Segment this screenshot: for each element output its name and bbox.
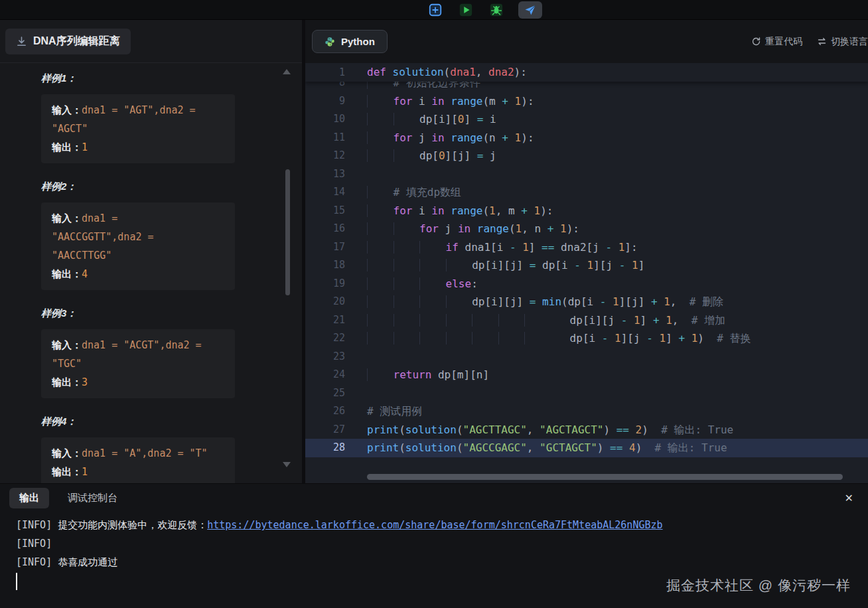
output-label: 输出： xyxy=(52,268,82,279)
line-number: 13 xyxy=(305,165,345,184)
line-number: 21 xyxy=(305,311,345,330)
example-output: 输出：4 xyxy=(52,265,211,283)
debug-button[interactable] xyxy=(488,1,505,19)
problem-title-chip[interactable]: DNA序列编辑距离 xyxy=(5,29,131,54)
line-number: 20 xyxy=(305,293,345,311)
line-number: 16 xyxy=(305,220,345,238)
reset-icon xyxy=(751,37,761,46)
line-code: def solution(dna1, dna2): xyxy=(367,63,527,82)
submit-button[interactable] xyxy=(518,1,542,19)
log-level: [INFO] xyxy=(16,538,52,550)
example-heading: 样例4： xyxy=(41,416,265,428)
code-line[interactable]: 12 dp[0][j] = j xyxy=(305,147,868,165)
line-code: print(solution("AGCTTAGC", "AGCTAGCT") =… xyxy=(367,421,733,439)
code-line[interactable]: 16 for j in range(1, n + 1): xyxy=(305,220,868,238)
code-line[interactable]: 11 for j in range(n + 1): xyxy=(305,129,868,147)
line-number: 22 xyxy=(305,329,345,348)
add-button[interactable] xyxy=(427,1,444,19)
problem-title: DNA序列编辑距离 xyxy=(33,35,120,48)
problem-panel: DNA序列编辑距离 样例1：输入：dna1 = "AGT",dna2 = "AG… xyxy=(0,20,305,483)
run-button[interactable] xyxy=(457,1,474,19)
line-number: 9 xyxy=(305,92,345,111)
feedback-link[interactable]: https://bytedance.larkoffice.com/share/b… xyxy=(207,519,662,531)
close-icon[interactable]: ✕ xyxy=(839,489,859,507)
code-line[interactable]: 24 return dp[m][n] xyxy=(305,366,868,384)
console-panel: 输出 调试控制台 ✕ [INFO] 提交功能内测体验中，欢迎反馈：https:/… xyxy=(0,483,868,608)
output-label: 输出： xyxy=(52,376,82,388)
editor-header: Python 重置代码 切换语言 xyxy=(305,20,868,63)
topbar xyxy=(0,0,868,20)
input-label: 输入： xyxy=(52,339,82,350)
watermark: 掘金技术社区 @ 像污秽一样 xyxy=(666,576,851,595)
code-line[interactable]: 9 for i in range(m + 1): xyxy=(305,92,868,111)
code-line[interactable]: 1def solution(dna1, dna2): xyxy=(305,63,868,82)
code-line[interactable]: 15 for i in range(1, m + 1): xyxy=(305,202,868,220)
text-cursor xyxy=(16,573,17,590)
left-scrollbar-thumb[interactable] xyxy=(285,169,290,295)
line-code: for i in range(m + 1): xyxy=(367,92,534,111)
editor-actions: 重置代码 切换语言 xyxy=(751,36,868,48)
input-label: 输入： xyxy=(52,104,82,115)
line-number: 18 xyxy=(305,256,345,275)
code-line[interactable]: 20 dp[i][j] = min(dp[i - 1][j] + 1, # 删除 xyxy=(305,293,868,311)
sticky-line: 1def solution(dna1, dna2): xyxy=(305,63,868,82)
example-heading: 样例1： xyxy=(41,72,265,85)
input-code: dna1 = "A",dna2 = "T" xyxy=(82,447,208,459)
problem-header: DNA序列编辑距离 xyxy=(0,20,302,63)
editor-hscrollbar-thumb[interactable] xyxy=(367,474,843,480)
code-line[interactable]: 13 xyxy=(305,165,868,184)
line-number: 11 xyxy=(305,129,345,147)
scroll-up-arrow[interactable] xyxy=(283,69,291,74)
code-line[interactable]: 23 xyxy=(305,348,868,366)
python-icon xyxy=(325,37,335,47)
line-code: dp[i - 1][j - 1] + 1) # 替换 xyxy=(367,329,751,348)
line-number: 19 xyxy=(305,275,345,293)
paper-plane-icon xyxy=(524,3,537,17)
code-line[interactable]: 28print(solution("AGCCGAGC", "GCTAGCT") … xyxy=(305,439,868,457)
reset-code-label: 重置代码 xyxy=(765,36,802,48)
line-code: if dna1[i - 1] == dna2[j - 1]: xyxy=(367,238,638,257)
language-selector[interactable]: Python xyxy=(312,30,388,53)
code-line[interactable]: 19 else: xyxy=(305,275,868,293)
console-tabs: 输出 调试控制台 ✕ xyxy=(0,484,868,512)
example-box: 输入：dna1 = "ACGT",dna2 = "TGC"输出：3 xyxy=(41,329,235,398)
line-number: 15 xyxy=(305,202,345,220)
language-label: Python xyxy=(341,36,375,47)
example-input: 输入：dna1 = "ACGT",dna2 = "TGC" xyxy=(52,336,211,373)
output-value: 3 xyxy=(82,376,88,388)
line-number: 1 xyxy=(305,63,345,82)
code-line[interactable]: 18 dp[i][j] = dp[i - 1][j - 1] xyxy=(305,256,868,275)
code-line[interactable]: 27print(solution("AGCTTAGC", "AGCTAGCT")… xyxy=(305,421,868,439)
line-number: 27 xyxy=(305,421,345,439)
code-editor[interactable]: 8 # 初始化边界条件9 for i in range(m + 1):10 dp… xyxy=(305,63,868,483)
console-line: [INFO] 恭喜成功通过 xyxy=(16,553,852,571)
switch-language-button[interactable]: 切换语言 xyxy=(817,36,868,48)
code-line[interactable]: 21 dp[i][j - 1] + 1, # 增加 xyxy=(305,311,868,330)
code-line[interactable]: 25 xyxy=(305,384,868,403)
line-code: return dp[m][n] xyxy=(367,366,489,384)
tab-output[interactable]: 输出 xyxy=(9,488,49,508)
output-value: 1 xyxy=(82,141,88,153)
tab-debug-console[interactable]: 调试控制台 xyxy=(68,492,117,504)
code-line[interactable]: 22 dp[i - 1][j - 1] + 1) # 替换 xyxy=(305,329,868,348)
console-output: [INFO] 提交功能内测体验中，欢迎反馈：https://bytedance.… xyxy=(0,512,868,571)
example-output: 输出：3 xyxy=(52,373,211,392)
example-input: 输入：dna1 = "A",dna2 = "T" xyxy=(52,444,211,463)
download-icon xyxy=(16,36,27,47)
line-code: else: xyxy=(367,275,478,293)
scroll-down-arrow[interactable] xyxy=(283,462,291,467)
example-input: 输入：dna1 = "AGT",dna2 = "AGCT" xyxy=(52,101,211,138)
line-code: dp[0][j] = j xyxy=(367,147,496,165)
line-code: # 填充dp数组 xyxy=(367,183,461,202)
code-line[interactable]: 14 # 填充dp数组 xyxy=(305,183,868,202)
line-code: for i in range(1, m + 1): xyxy=(367,202,553,220)
code-line[interactable]: 10 dp[i][0] = i xyxy=(305,110,868,129)
code-line[interactable]: 26# 测试用例 xyxy=(305,402,868,421)
line-number: 24 xyxy=(305,366,345,384)
reset-code-button[interactable]: 重置代码 xyxy=(751,36,802,48)
line-number: 10 xyxy=(305,110,345,129)
app-window: DNA序列编辑距离 样例1：输入：dna1 = "AGT",dna2 = "AG… xyxy=(0,0,868,608)
code-line[interactable]: 17 if dna1[i - 1] == dna2[j - 1]: xyxy=(305,238,868,257)
play-icon xyxy=(459,3,473,17)
line-number: 25 xyxy=(305,384,345,403)
